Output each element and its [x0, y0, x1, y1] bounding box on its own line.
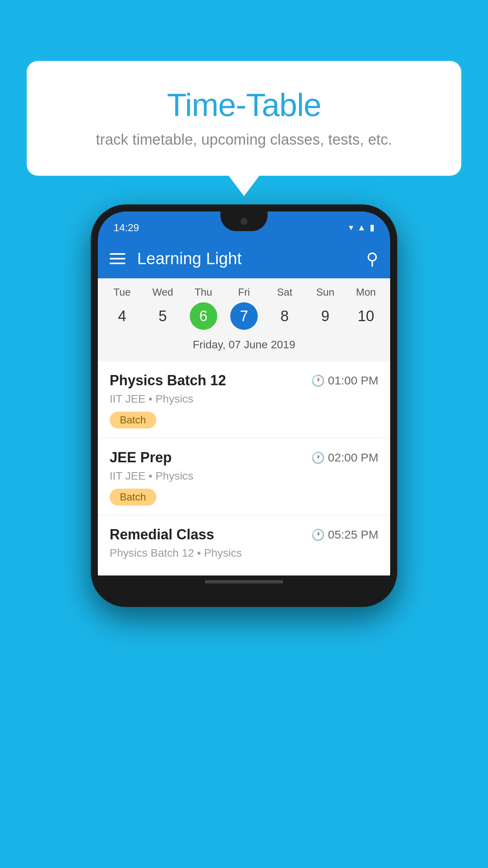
schedule-item-1-header: Physics Batch 12 🕐 01:00 PM: [110, 372, 378, 389]
battery-icon: ▮: [370, 223, 374, 233]
day-numbers: 4 5 6 7 8 9 10: [102, 302, 386, 330]
item-2-time: 🕐 02:00 PM: [311, 451, 378, 464]
day-header-wed: Wed: [142, 286, 183, 298]
item-2-time-text: 02:00 PM: [328, 451, 378, 464]
phone-outer: 14:29 ▾ ▲ ▮ Learning Light ⚲: [91, 204, 397, 607]
search-icon[interactable]: ⚲: [366, 249, 378, 268]
item-1-time: 🕐 01:00 PM: [311, 374, 378, 387]
speech-bubble-container: Time-Table track timetable, upcoming cla…: [27, 61, 461, 176]
item-3-title: Remedial Class: [110, 526, 214, 543]
app-bar: Learning Light ⚲: [98, 239, 390, 278]
schedule-item-3[interactable]: Remedial Class 🕐 05:25 PM Physics Batch …: [98, 515, 390, 576]
bubble-subtitle: track timetable, upcoming classes, tests…: [50, 131, 438, 148]
hamburger-line-3: [110, 263, 125, 264]
item-2-title: JEE Prep: [110, 449, 172, 466]
day-header-mon: Mon: [346, 286, 386, 298]
status-bar: 14:29 ▾ ▲ ▮: [98, 211, 390, 239]
day-9[interactable]: 9: [305, 302, 345, 330]
schedule-item-2-header: JEE Prep 🕐 02:00 PM: [110, 449, 378, 466]
item-3-meta: Physics Batch 12 • Physics: [110, 547, 378, 559]
item-3-time: 🕐 05:25 PM: [311, 528, 378, 541]
hamburger-menu-icon[interactable]: [110, 253, 125, 264]
day-header-sun: Sun: [305, 286, 345, 298]
speech-bubble: Time-Table track timetable, upcoming cla…: [27, 61, 461, 176]
phone-wrapper: 14:29 ▾ ▲ ▮ Learning Light ⚲: [91, 204, 397, 607]
app-title: Learning Light: [137, 249, 366, 268]
phone-bottom: [98, 580, 390, 600]
wifi-icon: ▾: [349, 223, 353, 233]
phone-bottom-bar: [205, 580, 283, 583]
day-header-sat: Sat: [264, 286, 305, 298]
day-headers: Tue Wed Thu Fri Sat Sun Mon: [102, 286, 386, 298]
day-header-tue: Tue: [102, 286, 142, 298]
day-header-thu: Thu: [183, 286, 224, 298]
signal-icon: ▲: [357, 223, 366, 233]
schedule-item-1[interactable]: Physics Batch 12 🕐 01:00 PM IIT JEE • Ph…: [98, 361, 390, 438]
day-4[interactable]: 4: [102, 302, 142, 330]
item-1-badge: Batch: [110, 412, 156, 428]
calendar-strip: Tue Wed Thu Fri Sat Sun Mon 4 5 6 7 8: [98, 278, 390, 361]
item-3-time-text: 05:25 PM: [328, 528, 378, 541]
clock-icon-2: 🕐: [311, 451, 325, 464]
phone-screen: Tue Wed Thu Fri Sat Sun Mon 4 5 6 7 8: [98, 278, 390, 576]
camera-dot: [240, 218, 248, 225]
day-7-selected[interactable]: 7: [230, 302, 258, 330]
schedule-list: Physics Batch 12 🕐 01:00 PM IIT JEE • Ph…: [98, 361, 390, 576]
day-5[interactable]: 5: [142, 302, 183, 330]
clock-icon-3: 🕐: [311, 528, 325, 541]
bubble-title: Time-Table: [50, 86, 438, 123]
clock-icon-1: 🕐: [311, 374, 325, 387]
schedule-item-3-header: Remedial Class 🕐 05:25 PM: [110, 526, 378, 543]
status-time: 14:29: [114, 222, 139, 234]
phone-inner: 14:29 ▾ ▲ ▮ Learning Light ⚲: [98, 211, 390, 600]
hamburger-line-2: [110, 258, 125, 259]
day-10[interactable]: 10: [346, 302, 386, 330]
item-1-title: Physics Batch 12: [110, 372, 226, 389]
date-label: Friday, 07 June 2019: [102, 335, 386, 357]
item-2-meta: IIT JEE • Physics: [110, 470, 378, 482]
item-1-meta: IIT JEE • Physics: [110, 393, 378, 405]
notch: [220, 211, 268, 231]
schedule-item-2[interactable]: JEE Prep 🕐 02:00 PM IIT JEE • Physics Ba…: [98, 438, 390, 515]
day-header-fri: Fri: [224, 286, 264, 298]
status-icons: ▾ ▲ ▮: [349, 223, 374, 233]
day-8[interactable]: 8: [264, 302, 305, 330]
item-1-time-text: 01:00 PM: [328, 374, 378, 387]
day-6-today[interactable]: 6: [190, 302, 217, 330]
item-2-badge: Batch: [110, 489, 156, 506]
hamburger-line-1: [110, 253, 125, 255]
